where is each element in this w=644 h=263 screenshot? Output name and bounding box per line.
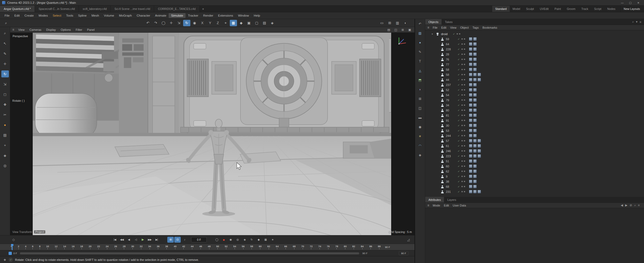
om-filter-icon[interactable]: ▾	[636, 20, 638, 24]
render-visibility-dot[interactable]	[464, 84, 465, 85]
enable-check-icon[interactable]: ✓	[458, 58, 461, 61]
tag-icon[interactable]	[469, 190, 472, 193]
editor-visibility-dot[interactable]	[461, 48, 463, 50]
menu-character[interactable]: Character	[134, 13, 153, 18]
document-tab[interactable]: CORRIDOR_E...TANCES.c4d	[154, 6, 199, 12]
tag-icon[interactable]	[473, 134, 477, 137]
tag-icon[interactable]	[469, 185, 472, 188]
tag-icon[interactable]	[478, 73, 481, 76]
enable-check-icon[interactable]: ✓	[458, 190, 461, 193]
layout-quad-view-button[interactable]: ⊞	[386, 20, 393, 26]
tag-icon[interactable]	[478, 78, 481, 81]
document-tab[interactable]: Spacecraft C...in Scenes.c4d	[35, 6, 79, 12]
current-frame-field[interactable]: 0 F	[191, 237, 207, 242]
tag-icon[interactable]	[473, 73, 477, 76]
object-row[interactable]: 91 ✓	[425, 118, 644, 123]
om-menu-bookmarks[interactable]: Bookmarks	[480, 26, 499, 29]
pen-icon[interactable]: ✎	[1, 50, 9, 57]
render-visibility-dot[interactable]	[464, 43, 465, 45]
tag-icon[interactable]	[469, 68, 472, 71]
editor-visibility-dot[interactable]	[461, 130, 463, 131]
keyframe-nav-icon[interactable]: ◇	[12, 238, 15, 242]
tag-icon[interactable]	[469, 175, 472, 178]
manager-tab[interactable]: Objects	[425, 19, 442, 25]
am-lock-icon[interactable]: ⊘	[630, 204, 632, 207]
range-start-label[interactable]: 0 F	[13, 252, 17, 255]
mirror-icon[interactable]: ❖	[1, 101, 9, 108]
editor-visibility-dot[interactable]	[461, 89, 463, 91]
tag-icon[interactable]	[469, 78, 472, 81]
render-visibility-dot[interactable]	[464, 155, 465, 157]
editor-visibility-dot[interactable]	[461, 150, 463, 152]
record-pla-toggle[interactable]: ▦	[262, 237, 269, 243]
object-row[interactable]: 231 ✓	[425, 189, 644, 194]
render-visibility-dot[interactable]	[464, 64, 465, 65]
tag-icon[interactable]	[473, 47, 477, 51]
palette-array-icon[interactable]: ⊞	[416, 96, 424, 102]
autokey-ring-toggle[interactable]: ⊡	[174, 237, 181, 243]
layout-tab[interactable]: Script	[591, 6, 604, 12]
tag-icon[interactable]	[469, 63, 472, 66]
object-row[interactable]: 237 ✓	[425, 82, 644, 87]
rotate-icon[interactable]: ↻	[1, 70, 9, 77]
range-current-marker[interactable]	[9, 252, 12, 255]
menu-render[interactable]: Render	[201, 13, 216, 18]
tag-icon[interactable]	[469, 47, 472, 51]
object-row[interactable]: 60 ✓	[425, 164, 644, 169]
tag-icon[interactable]	[473, 52, 477, 56]
tag-icon[interactable]	[469, 170, 472, 173]
enable-check-icon[interactable]: ✓	[458, 109, 461, 112]
tag-icon[interactable]	[473, 124, 477, 127]
tag-icon[interactable]	[473, 88, 477, 92]
axis-z-lock[interactable]: Z	[214, 20, 221, 26]
editor-visibility-dot[interactable]	[461, 104, 463, 106]
vp-menu-panel[interactable]: Panel	[85, 28, 97, 32]
minimize-button[interactable]: —	[618, 0, 626, 5]
editor-visibility-dot[interactable]	[461, 43, 463, 45]
frame-selection-icon[interactable]: ◻	[1, 91, 9, 98]
prev-key-button[interactable]: ◀◀	[119, 237, 125, 243]
palette-camera-icon[interactable]: ◉	[416, 124, 424, 130]
tag-icon[interactable]	[473, 129, 477, 132]
object-row[interactable]: 223 ✓	[425, 153, 644, 159]
tag-icon[interactable]	[478, 154, 481, 158]
palette-sphere-icon[interactable]: ●	[416, 39, 424, 46]
tag-icon[interactable]	[478, 144, 481, 148]
tag-icon[interactable]	[469, 124, 472, 127]
object-row[interactable]: 68 ✓	[425, 184, 644, 189]
object-row[interactable]: 57 ✓	[425, 138, 644, 143]
tag-icon[interactable]	[473, 170, 477, 173]
axis-cross-icon[interactable]: +	[1, 142, 9, 149]
object-label[interactable]: droid	[441, 32, 453, 36]
editor-visibility-dot[interactable]	[461, 99, 463, 101]
am-menu-edit[interactable]: Edit	[442, 204, 451, 207]
vp-quad-icon[interactable]: ⊞	[400, 28, 405, 32]
tag-icon[interactable]	[473, 185, 477, 188]
tag-icon[interactable]	[469, 73, 472, 76]
document-tab[interactable]: Sci-fi Scene ...ime travel.c4d	[111, 6, 154, 12]
tag-icon[interactable]	[473, 83, 477, 87]
object-row[interactable]: 62 ✓	[425, 169, 644, 174]
render-visibility-dot[interactable]	[464, 145, 465, 146]
render-region-button[interactable]: ▢	[253, 20, 260, 26]
range-handle[interactable]	[20, 253, 359, 254]
om-search-icon[interactable]: ⌕	[632, 20, 634, 24]
editor-visibility-dot[interactable]	[461, 135, 463, 136]
vp-split-icon[interactable]: ◫	[393, 28, 398, 32]
menu-window[interactable]: Window	[236, 13, 251, 18]
render-visibility-dot[interactable]	[464, 140, 465, 141]
hud-camera-label[interactable]: Perspective	[13, 35, 28, 38]
render-settings-button[interactable]: ▤	[261, 20, 268, 26]
tag-icon[interactable]	[473, 175, 477, 178]
tag-icon[interactable]	[469, 58, 472, 61]
keyframe-mode-toggle[interactable]: ⊞	[167, 237, 174, 243]
new-document-tab-button[interactable]: +	[200, 6, 207, 12]
enable-check-icon[interactable]: ✓	[458, 114, 461, 117]
tag-icon[interactable]	[469, 180, 472, 183]
enable-check-icon[interactable]: ✓	[458, 89, 461, 91]
tag-icon[interactable]	[469, 103, 472, 107]
am-forward-icon[interactable]: ▶	[625, 204, 627, 207]
enable-check-icon[interactable]: ✓	[458, 155, 461, 157]
editor-visibility-dot[interactable]	[461, 74, 463, 75]
material-manager-button[interactable]: ◈	[269, 20, 276, 26]
